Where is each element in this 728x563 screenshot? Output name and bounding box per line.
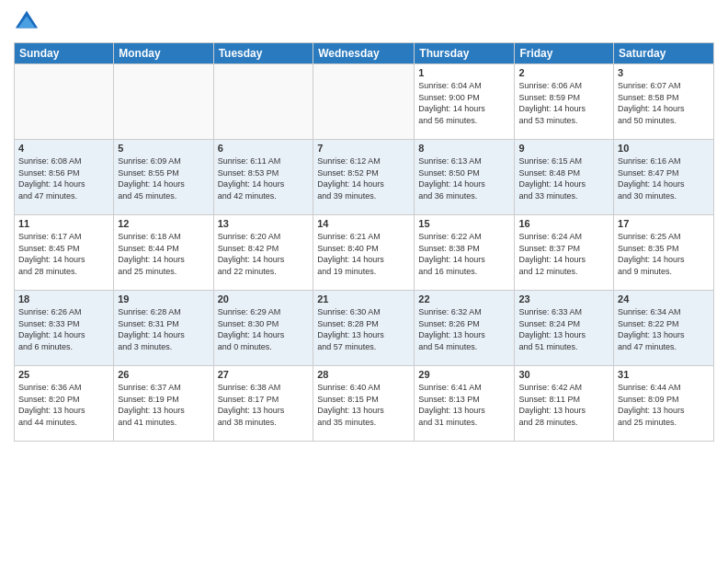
calendar-cell: 3Sunrise: 6:07 AM Sunset: 8:58 PM Daylig… [614, 64, 714, 140]
day-info: Sunrise: 6:34 AM Sunset: 8:22 PM Dayligh… [618, 306, 710, 352]
day-info: Sunrise: 6:33 AM Sunset: 8:24 PM Dayligh… [518, 306, 609, 352]
day-info: Sunrise: 6:38 AM Sunset: 8:17 PM Dayligh… [218, 382, 310, 428]
day-number: 21 [317, 293, 410, 304]
day-info: Sunrise: 6:08 AM Sunset: 8:56 PM Dayligh… [18, 155, 109, 201]
day-info: Sunrise: 6:24 AM Sunset: 8:37 PM Dayligh… [518, 231, 609, 277]
day-info: Sunrise: 6:41 AM Sunset: 8:13 PM Dayligh… [418, 382, 510, 428]
day-number: 18 [18, 293, 109, 304]
logo-icon [14, 9, 40, 35]
day-number: 10 [618, 143, 710, 154]
calendar-cell: 17Sunrise: 6:25 AM Sunset: 8:35 PM Dayli… [614, 215, 714, 291]
day-info: Sunrise: 6:42 AM Sunset: 8:11 PM Dayligh… [518, 382, 609, 428]
calendar-cell: 21Sunrise: 6:30 AM Sunset: 8:28 PM Dayli… [313, 291, 415, 366]
calendar-cell: 1Sunrise: 6:04 AM Sunset: 9:00 PM Daylig… [415, 64, 515, 140]
day-info: Sunrise: 6:11 AM Sunset: 8:53 PM Dayligh… [218, 155, 310, 201]
day-number: 2 [518, 67, 609, 78]
calendar-cell: 25Sunrise: 6:36 AM Sunset: 8:20 PM Dayli… [15, 366, 114, 442]
day-number: 17 [618, 218, 710, 229]
calendar-cell: 23Sunrise: 6:33 AM Sunset: 8:24 PM Dayli… [515, 291, 614, 366]
day-of-week-header: Saturday [614, 43, 714, 64]
calendar-cell: 9Sunrise: 6:15 AM Sunset: 8:48 PM Daylig… [515, 140, 614, 215]
calendar-cell: 10Sunrise: 6:16 AM Sunset: 8:47 PM Dayli… [614, 140, 714, 215]
day-number: 15 [418, 218, 510, 229]
day-number: 11 [18, 218, 109, 229]
day-number: 30 [518, 369, 609, 380]
day-info: Sunrise: 6:25 AM Sunset: 8:35 PM Dayligh… [618, 231, 710, 277]
day-number: 8 [418, 143, 510, 154]
calendar-cell: 2Sunrise: 6:06 AM Sunset: 8:59 PM Daylig… [515, 64, 614, 140]
day-number: 12 [118, 218, 209, 229]
calendar-week-row: 18Sunrise: 6:26 AM Sunset: 8:33 PM Dayli… [15, 291, 714, 366]
day-number: 4 [18, 143, 109, 154]
day-number: 13 [218, 218, 310, 229]
day-info: Sunrise: 6:26 AM Sunset: 8:33 PM Dayligh… [18, 306, 109, 352]
calendar-cell: 26Sunrise: 6:37 AM Sunset: 8:19 PM Dayli… [114, 366, 213, 442]
day-number: 27 [218, 369, 310, 380]
calendar-cell: 5Sunrise: 6:09 AM Sunset: 8:55 PM Daylig… [114, 140, 213, 215]
day-info: Sunrise: 6:28 AM Sunset: 8:31 PM Dayligh… [118, 306, 209, 352]
day-info: Sunrise: 6:12 AM Sunset: 8:52 PM Dayligh… [317, 155, 410, 201]
day-info: Sunrise: 6:29 AM Sunset: 8:30 PM Dayligh… [218, 306, 310, 352]
calendar-cell [313, 64, 415, 140]
day-info: Sunrise: 6:18 AM Sunset: 8:44 PM Dayligh… [118, 231, 209, 277]
day-number: 6 [218, 143, 310, 154]
day-number: 19 [118, 293, 209, 304]
calendar-cell: 16Sunrise: 6:24 AM Sunset: 8:37 PM Dayli… [515, 215, 614, 291]
day-info: Sunrise: 6:04 AM Sunset: 9:00 PM Dayligh… [418, 80, 510, 126]
day-number: 22 [418, 293, 510, 304]
calendar-cell: 19Sunrise: 6:28 AM Sunset: 8:31 PM Dayli… [114, 291, 213, 366]
day-number: 3 [618, 67, 710, 78]
day-info: Sunrise: 6:07 AM Sunset: 8:58 PM Dayligh… [618, 80, 710, 126]
calendar-cell: 31Sunrise: 6:44 AM Sunset: 8:09 PM Dayli… [614, 366, 714, 442]
calendar-week-row: 1Sunrise: 6:04 AM Sunset: 9:00 PM Daylig… [15, 64, 714, 140]
day-info: Sunrise: 6:22 AM Sunset: 8:38 PM Dayligh… [418, 231, 510, 277]
logo [14, 9, 43, 35]
header [14, 9, 714, 35]
calendar-cell: 28Sunrise: 6:40 AM Sunset: 8:15 PM Dayli… [313, 366, 415, 442]
calendar-week-row: 25Sunrise: 6:36 AM Sunset: 8:20 PM Dayli… [15, 366, 714, 442]
day-info: Sunrise: 6:32 AM Sunset: 8:26 PM Dayligh… [418, 306, 510, 352]
day-number: 31 [618, 369, 710, 380]
calendar-cell: 27Sunrise: 6:38 AM Sunset: 8:17 PM Dayli… [213, 366, 313, 442]
calendar-cell: 14Sunrise: 6:21 AM Sunset: 8:40 PM Dayli… [313, 215, 415, 291]
calendar-cell: 6Sunrise: 6:11 AM Sunset: 8:53 PM Daylig… [213, 140, 313, 215]
calendar-cell: 20Sunrise: 6:29 AM Sunset: 8:30 PM Dayli… [213, 291, 313, 366]
calendar-cell: 18Sunrise: 6:26 AM Sunset: 8:33 PM Dayli… [15, 291, 114, 366]
day-info: Sunrise: 6:30 AM Sunset: 8:28 PM Dayligh… [317, 306, 410, 352]
day-info: Sunrise: 6:36 AM Sunset: 8:20 PM Dayligh… [18, 382, 109, 428]
day-number: 28 [317, 369, 410, 380]
calendar-cell: 22Sunrise: 6:32 AM Sunset: 8:26 PM Dayli… [415, 291, 515, 366]
day-number: 20 [218, 293, 310, 304]
calendar-cell [213, 64, 313, 140]
day-number: 1 [418, 67, 510, 78]
day-number: 9 [518, 143, 609, 154]
day-of-week-header: Tuesday [213, 43, 313, 64]
calendar-cell: 7Sunrise: 6:12 AM Sunset: 8:52 PM Daylig… [313, 140, 415, 215]
day-number: 25 [18, 369, 109, 380]
day-number: 26 [118, 369, 209, 380]
day-info: Sunrise: 6:09 AM Sunset: 8:55 PM Dayligh… [118, 155, 209, 201]
calendar-cell [15, 64, 114, 140]
day-of-week-header: Sunday [15, 43, 114, 64]
day-info: Sunrise: 6:21 AM Sunset: 8:40 PM Dayligh… [317, 231, 410, 277]
day-info: Sunrise: 6:15 AM Sunset: 8:48 PM Dayligh… [518, 155, 609, 201]
calendar-cell: 15Sunrise: 6:22 AM Sunset: 8:38 PM Dayli… [415, 215, 515, 291]
day-of-week-header: Monday [114, 43, 213, 64]
calendar-cell: 30Sunrise: 6:42 AM Sunset: 8:11 PM Dayli… [515, 366, 614, 442]
day-info: Sunrise: 6:20 AM Sunset: 8:42 PM Dayligh… [218, 231, 310, 277]
day-of-week-header: Wednesday [313, 43, 415, 64]
calendar-cell [114, 64, 213, 140]
day-info: Sunrise: 6:06 AM Sunset: 8:59 PM Dayligh… [518, 80, 609, 126]
day-of-week-header: Thursday [415, 43, 515, 64]
calendar-week-row: 11Sunrise: 6:17 AM Sunset: 8:45 PM Dayli… [15, 215, 714, 291]
calendar-cell: 24Sunrise: 6:34 AM Sunset: 8:22 PM Dayli… [614, 291, 714, 366]
day-number: 14 [317, 218, 410, 229]
day-info: Sunrise: 6:16 AM Sunset: 8:47 PM Dayligh… [618, 155, 710, 201]
calendar-cell: 4Sunrise: 6:08 AM Sunset: 8:56 PM Daylig… [15, 140, 114, 215]
calendar-week-row: 4Sunrise: 6:08 AM Sunset: 8:56 PM Daylig… [15, 140, 714, 215]
calendar-cell: 13Sunrise: 6:20 AM Sunset: 8:42 PM Dayli… [213, 215, 313, 291]
day-number: 24 [618, 293, 710, 304]
page: SundayMondayTuesdayWednesdayThursdayFrid… [0, 0, 728, 563]
day-number: 29 [418, 369, 510, 380]
calendar-cell: 29Sunrise: 6:41 AM Sunset: 8:13 PM Dayli… [415, 366, 515, 442]
